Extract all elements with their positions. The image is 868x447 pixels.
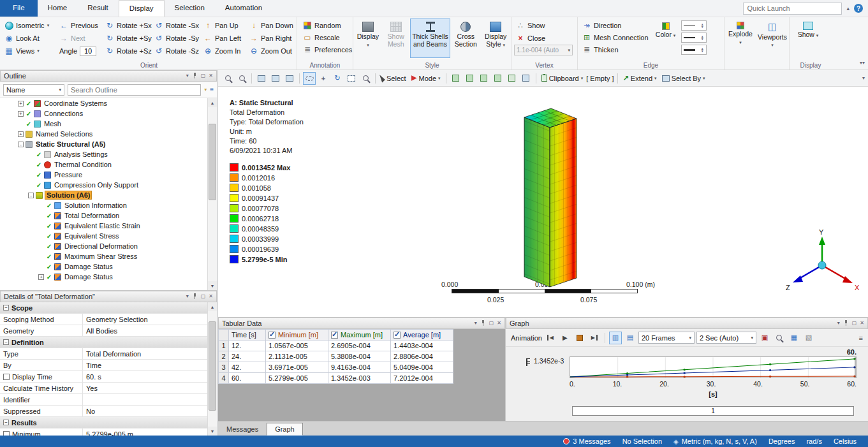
ribbon-tab[interactable]: Selection [165,0,215,17]
details-row[interactable]: −Suppressed No [0,406,207,417]
details-row[interactable]: −Scoping Method Geometry Selection [0,314,207,325]
details-row[interactable]: −Calculate Time History Yes [0,383,207,394]
grid-view-icon[interactable]: ▦ [788,332,800,344]
result-chart[interactable] [570,356,857,378]
angle-unit-status[interactable]: Degrees [769,437,795,445]
vertex-size-select[interactable]: 1.1e-004 (Auto▾ [514,45,573,55]
parameter-checkbox[interactable] [3,374,10,380]
search-outline-input[interactable] [68,84,201,96]
rotate-tool-icon[interactable]: ↻ [331,72,344,85]
pan-down-button[interactable]: ↓Pan Down [247,20,295,32]
pin-icon[interactable] [843,320,849,326]
duration-select[interactable]: 2 Sec (Auto)▾ [696,332,756,344]
outline-tree-item[interactable]: Total Deformation [0,210,207,221]
annotation-preferences-button[interactable]: ≣Preferences [301,43,349,55]
tabular-data-row[interactable]: 4 60. 5.2799e-005 1.3452e-003 7.2012e-00… [219,373,453,384]
bottom-tab[interactable]: Graph [267,423,303,436]
filter-dropdown-icon[interactable]: ▾ [204,87,207,92]
collapse-ribbon-icon[interactable]: ▴ [846,5,850,11]
outline-tree-item[interactable]: Pressure [0,170,207,180]
edge-thickness-2-select[interactable]: ▲▼ [681,45,707,55]
ribbon-tab[interactable]: Result [77,0,119,17]
details-value-cell[interactable]: All Bodies [83,327,207,335]
show-mesh-button[interactable]: Show Mesh [383,18,409,58]
mesh-connection-button[interactable]: ⊞Mesh Connection [580,31,651,43]
maximize-icon[interactable]: ▢ [489,321,494,326]
3d-viewport[interactable]: A: Static StructuralTotal DeformationTyp… [218,87,868,317]
mode-dropdown-button[interactable]: Mode▾ [409,72,443,85]
rotate-plus-sz-button[interactable]: ↻Rotate +Sz [103,45,152,57]
explode-button[interactable]: Explode ▾ [725,18,756,58]
maximize-icon[interactable]: ▢ [201,73,206,78]
outline-tree-item[interactable]: Solution (A6) [0,190,207,200]
scrollbar-thumb[interactable] [209,124,216,200]
vertex-select-icon[interactable] [450,72,462,85]
rotate-minus-sx-button[interactable]: ↺Rotate -Sx [152,20,202,32]
time-column-header[interactable]: Time [s] [229,330,266,341]
details-row[interactable]: −Results [0,417,207,429]
pan-tool-icon[interactable]: + [317,72,330,85]
angular-velocity-unit-status[interactable]: rad/s [806,437,821,445]
tree-expand-toggle[interactable] [18,142,24,147]
angle-input[interactable] [80,47,96,56]
chart-options-icon[interactable]: ▧ [802,332,815,344]
edge-direction-button[interactable]: ↠Direction [580,19,651,31]
toolbar-overflow-icon[interactable]: ▾ [862,75,865,81]
quick-launch-input[interactable] [743,3,842,15]
single-select-tool-icon[interactable] [303,72,316,85]
face-select-icon[interactable] [478,72,490,85]
distributed-frames-icon[interactable]: ▥ [609,332,622,344]
rotate-minus-sz-button[interactable]: ↺Rotate -Sz [152,45,202,57]
zoom-fit-tool-icon[interactable] [359,72,372,85]
ribbon-tab[interactable]: Display [119,0,165,17]
stop-icon[interactable] [573,332,586,344]
rotate-plus-sx-button[interactable]: ↻Rotate +Sx [103,20,152,32]
name-filter-select[interactable]: Name▾ [3,84,64,96]
close-icon[interactable]: ✕ [209,294,213,299]
outline-tree-item[interactable]: Equivalent Stress [0,231,207,241]
play-icon[interactable]: ▶ [559,332,571,344]
edge-color-button[interactable]: Color ▾ [653,19,679,59]
details-value-cell[interactable]: Total Deformation [83,350,207,358]
edge-thickness-0-select[interactable]: ▲▼ [681,20,707,31]
details-value-cell[interactable]: Time [83,362,207,369]
details-row[interactable]: −Geometry All Bodies [0,325,207,337]
cross-section-button[interactable]: Cross Section [451,18,480,58]
panel-menu-icon[interactable]: ▾ [474,321,477,326]
outline-scrollbar[interactable]: ▲ ▼ [207,98,217,290]
tree-expand-toggle[interactable] [28,193,34,198]
zoom-in-button[interactable]: ⊕Zoom In [202,45,247,57]
previous-view-button[interactable]: ←Previous [57,20,103,32]
scroll-down-icon[interactable]: ▼ [208,281,217,290]
details-row[interactable]: −Identifier [0,394,207,406]
help-icon[interactable]: ? [854,4,863,13]
random-colors-button[interactable]: Random [301,19,349,31]
viewports-button[interactable]: ◫Viewports ▾ [756,18,788,58]
average-column-header[interactable]: Average [m] [391,330,453,341]
pan-up-button[interactable]: ↑Pan Up [202,20,247,32]
tree-expand-toggle[interactable] [18,101,24,106]
thicken-button[interactable]: ≣Thicken [580,43,651,55]
zoom-out-tool-icon[interactable] [221,72,234,85]
tabular-data-row[interactable]: 1 12. 1.0567e-005 2.6905e-004 1.4403e-00… [219,341,453,351]
details-row[interactable]: −Display Time 60. s [0,371,207,383]
edge-select-icon[interactable] [464,72,476,85]
look-at-button[interactable]: ◉Look At [3,33,57,45]
scroll-up-icon[interactable]: ▲ [208,98,217,107]
details-row[interactable]: −Minimum 5.2799e-005 m [0,429,207,436]
close-icon[interactable]: ✕ [209,73,213,78]
tabular-data-row[interactable]: 3 42. 3.6971e-005 9.4163e-004 5.0409e-00… [219,362,453,373]
average-checkbox[interactable] [394,332,401,339]
outline-tree-item[interactable]: Named Selections [0,129,207,139]
scroll-down-icon[interactable]: ▼ [208,427,217,436]
unit-system-status[interactable]: Metric (m, kg, N, s, V, A) [682,437,757,445]
outline-tree-item[interactable]: Directional Deformation [0,241,207,251]
outline-tree-item[interactable]: Connections [0,108,207,119]
outline-tree-item[interactable]: Analysis Settings [0,149,207,159]
fit-view-icon[interactable] [283,72,296,85]
maximum-column-header[interactable]: Maximum [m] [328,330,391,341]
details-scrollbar[interactable]: ▲ ▼ [207,302,217,436]
details-row[interactable]: −Scope [0,302,207,314]
panel-menu-icon[interactable]: ▾ [186,73,189,78]
bottom-tab[interactable]: Messages [218,423,267,436]
